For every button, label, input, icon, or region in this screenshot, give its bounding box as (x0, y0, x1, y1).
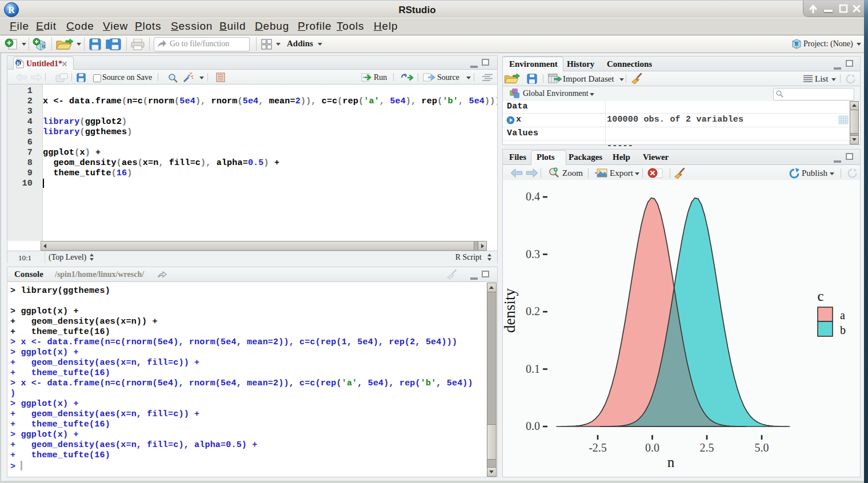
svg-text:-2.5: -2.5 (589, 441, 607, 454)
svg-text:n: n (667, 454, 675, 470)
svg-text:R: R (42, 43, 46, 49)
svg-text:0.0: 0.0 (645, 441, 659, 454)
svg-text:0.3: 0.3 (526, 248, 540, 260)
svg-text:0.4: 0.4 (526, 190, 540, 203)
svg-text:b: b (840, 324, 846, 336)
svg-text:5.0: 5.0 (755, 441, 769, 454)
svg-text:0.0: 0.0 (526, 420, 540, 432)
svg-text:R: R (17, 61, 21, 66)
svg-text:density: density (503, 288, 518, 333)
svg-text:R: R (794, 41, 799, 47)
svg-text:2.5: 2.5 (700, 441, 714, 454)
svg-text:a: a (840, 309, 845, 321)
svg-text:0.1: 0.1 (526, 363, 540, 375)
svg-text:c: c (817, 288, 823, 304)
svg-text:0.2: 0.2 (526, 305, 540, 317)
